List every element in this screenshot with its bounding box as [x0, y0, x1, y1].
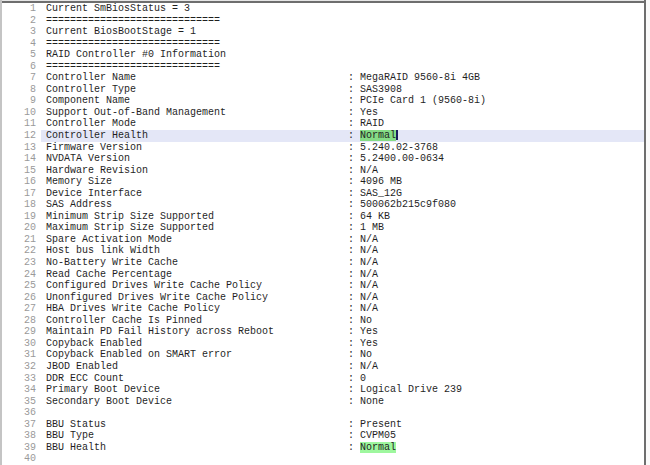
log-text: Current BiosBootStage = 1 [46, 26, 196, 37]
log-line[interactable]: 40 [2, 453, 644, 465]
field-value: 500062b215c9f080 [360, 199, 456, 210]
log-line[interactable]: 26Unonfigured Drives Write Cache Policy:… [2, 292, 644, 304]
colon-separator: : [348, 165, 360, 176]
log-line[interactable]: 11Controller Mode: RAID [2, 118, 644, 130]
line-content: Maintain PD Fail History across Reboot: … [41, 326, 644, 338]
field-value: SAS_12G [360, 188, 402, 199]
log-line[interactable]: 18SAS Address: 500062b215c9f080 [2, 199, 644, 211]
field-label: Read Cache Percentage [46, 269, 348, 281]
line-content: NVDATA Version: 5.2400.00-0634 [41, 153, 644, 165]
line-number: 10 [2, 107, 41, 119]
colon-separator: : [348, 280, 360, 291]
line-content: Hardware Revision: N/A [41, 165, 644, 177]
log-line[interactable]: 39BBU Health: Normal [2, 442, 644, 454]
field-value: 64 KB [360, 211, 390, 222]
log-text-area[interactable]: 1Current SmBiosStatus = 32==============… [2, 3, 644, 465]
line-content: Copyback Enabled: Yes [41, 338, 644, 350]
line-number: 17 [2, 188, 41, 200]
field-label: Firmware Version [46, 142, 348, 154]
log-line[interactable]: 2============================= [2, 15, 644, 27]
line-content: BBU Type: CVPM05 [41, 430, 644, 442]
log-line[interactable]: 10Support Out-of-Band Management: Yes [2, 107, 644, 119]
field-value: 5.2400.00-0634 [360, 153, 444, 164]
field-label: Copyback Enabled [46, 338, 348, 350]
field-value: Normal [360, 130, 396, 141]
colon-separator: : [348, 338, 360, 349]
line-content: Minimum Strip Size Supported: 64 KB [41, 211, 644, 223]
field-value: 4096 MB [360, 176, 402, 187]
log-line[interactable]: 23No-Battery Write Cache: N/A [2, 257, 644, 269]
field-value: N/A [360, 280, 378, 291]
log-line[interactable]: 6============================= [2, 61, 644, 73]
field-value: N/A [360, 269, 378, 280]
field-label: BBU Status [46, 419, 348, 431]
log-text: Current SmBiosStatus = 3 [46, 3, 190, 14]
log-line[interactable]: 31Copyback Enabled on SMART error: No [2, 349, 644, 361]
log-line[interactable]: 15Hardware Revision: N/A [2, 165, 644, 177]
line-number: 11 [2, 118, 41, 130]
log-line[interactable]: 3Current BiosBootStage = 1 [2, 26, 644, 38]
log-line[interactable]: 1Current SmBiosStatus = 3 [2, 3, 644, 15]
colon-separator: : [348, 84, 360, 95]
log-line[interactable]: 33DDR ECC Count: 0 [2, 373, 644, 385]
log-line[interactable]: 19Minimum Strip Size Supported: 64 KB [2, 211, 644, 223]
log-line[interactable]: 36 [2, 407, 644, 419]
line-number: 30 [2, 338, 41, 350]
log-line[interactable]: 9Component Name: PCIe Card 1 (9560-8i) [2, 95, 644, 107]
line-number: 9 [2, 95, 41, 107]
field-label: HBA Drives Write Cache Policy [46, 303, 348, 315]
log-line[interactable]: 20Maximum Strip Size Supported: 1 MB [2, 222, 644, 234]
log-line[interactable]: 16Memory Size: 4096 MB [2, 176, 644, 188]
line-number: 21 [2, 234, 41, 246]
line-content: Host bus link Width: N/A [41, 245, 644, 257]
field-value: No [360, 315, 372, 326]
line-number: 19 [2, 211, 41, 223]
log-line[interactable]: 34Primary Boot Device: Logical Drive 239 [2, 384, 644, 396]
field-value: Present [360, 419, 402, 430]
log-line[interactable]: 4============================= [2, 38, 644, 50]
line-content: Current SmBiosStatus = 3 [41, 3, 644, 15]
colon-separator: : [348, 419, 360, 430]
log-line[interactable]: 21Spare Activation Mode: N/A [2, 234, 644, 246]
log-line[interactable]: 24Read Cache Percentage: N/A [2, 269, 644, 281]
colon-separator: : [348, 188, 360, 199]
field-label: Controller Cache Is Pinned [46, 315, 348, 327]
colon-separator: : [348, 442, 360, 453]
log-line-selected[interactable]: 12Controller Health: Normal [2, 130, 644, 142]
line-content: Controller Name: MegaRAID 9560-8i 4GB [41, 72, 644, 84]
field-value: Normal [360, 442, 396, 453]
line-number: 32 [2, 361, 41, 373]
log-line[interactable]: 28Controller Cache Is Pinned: No [2, 315, 644, 327]
line-number: 5 [2, 49, 41, 61]
field-label: Controller Mode [46, 118, 348, 130]
log-line[interactable]: 7Controller Name: MegaRAID 9560-8i 4GB [2, 72, 644, 84]
line-number: 38 [2, 430, 41, 442]
line-content: Unonfigured Drives Write Cache Policy: N… [41, 292, 644, 304]
field-label: Unonfigured Drives Write Cache Policy [46, 292, 348, 304]
log-line[interactable]: 25Configured Drives Write Cache Policy: … [2, 280, 644, 292]
log-line[interactable]: 27HBA Drives Write Cache Policy: N/A [2, 303, 644, 315]
colon-separator: : [348, 199, 360, 210]
log-line[interactable]: 30Copyback Enabled: Yes [2, 338, 644, 350]
line-number: 27 [2, 303, 41, 315]
field-label: Configured Drives Write Cache Policy [46, 280, 348, 292]
log-line[interactable]: 5RAID Controller #0 Information [2, 49, 644, 61]
colon-separator: : [348, 361, 360, 372]
log-line[interactable]: 17Device Interface: SAS_12G [2, 188, 644, 200]
line-content: Controller Cache Is Pinned: No [41, 315, 644, 327]
log-line[interactable]: 32JBOD Enabled: N/A [2, 361, 644, 373]
field-label: BBU Type [46, 430, 348, 442]
field-label: Secondary Boot Device [46, 396, 348, 408]
line-content: Current BiosBootStage = 1 [41, 26, 644, 38]
line-content: Component Name: PCIe Card 1 (9560-8i) [41, 95, 644, 107]
log-line[interactable]: 22Host bus link Width: N/A [2, 245, 644, 257]
line-content: Maximum Strip Size Supported: 1 MB [41, 222, 644, 234]
log-line[interactable]: 14NVDATA Version: 5.2400.00-0634 [2, 153, 644, 165]
line-number: 13 [2, 142, 41, 154]
log-line[interactable]: 13Firmware Version: 5.240.02-3768 [2, 142, 644, 154]
log-line[interactable]: 35Secondary Boot Device: None [2, 396, 644, 408]
log-line[interactable]: 29Maintain PD Fail History across Reboot… [2, 326, 644, 338]
log-line[interactable]: 37BBU Status: Present [2, 419, 644, 431]
log-line[interactable]: 38BBU Type: CVPM05 [2, 430, 644, 442]
log-line[interactable]: 8Controller Type: SAS3908 [2, 84, 644, 96]
